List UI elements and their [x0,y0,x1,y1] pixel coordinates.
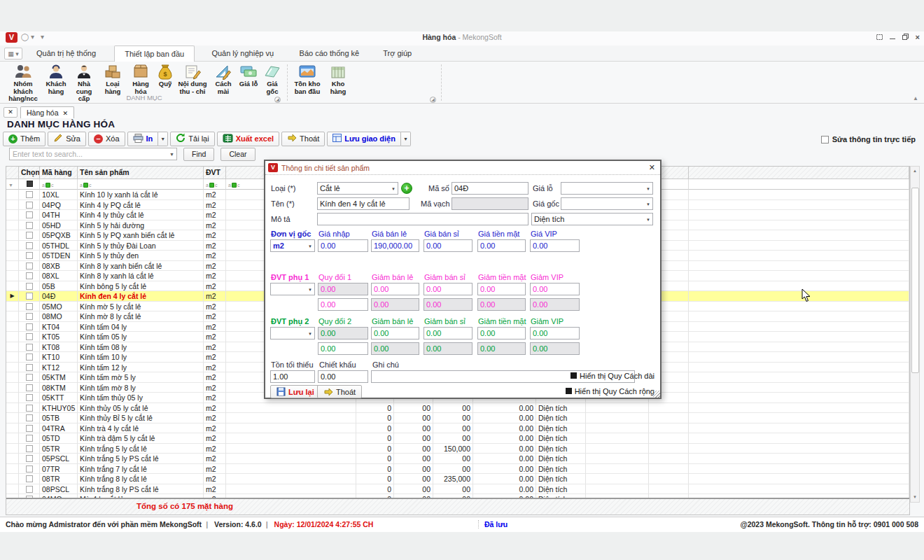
price-field[interactable]: 0.00 [318,239,368,252]
row-checkbox-cell[interactable] [19,474,40,484]
unit3-combo[interactable]: ▼ [270,327,315,340]
ma-so-input[interactable]: 04Đ [451,182,528,195]
row-checkbox-cell[interactable] [19,464,40,475]
fullscreen-button[interactable] [876,33,883,41]
row-checkbox[interactable] [26,222,33,229]
row-checkbox-cell[interactable] [19,424,40,434]
reload-button[interactable]: Tải lại [170,132,214,146]
export-excel-button[interactable]: Xuất excel [217,132,279,146]
dialog-close-icon[interactable]: ✕ [649,163,655,172]
row-checkbox[interactable] [26,405,33,412]
unit-combo[interactable]: m2▼ [270,239,315,252]
discount-field[interactable]: 0.00 [318,342,368,355]
scroll-down-icon[interactable]: ▼ [911,493,919,502]
row-checkbox-cell[interactable] [19,220,40,231]
search-input[interactable]: Enter text to search... ▼ [9,148,177,160]
ribbon-tab-1[interactable]: Thiết lập ban đầu [114,46,195,62]
unit2-combo[interactable]: ▼ [270,283,315,295]
chiet-khau-input[interactable]: 0.00 [318,370,368,383]
row-checkbox[interactable] [26,191,33,198]
exit-button[interactable]: Thoát [281,132,325,146]
row-checkbox-cell[interactable] [19,312,40,322]
filter-cell[interactable] [19,179,40,190]
row-checkbox[interactable] [26,252,33,259]
row-checkbox[interactable] [26,323,33,330]
save-layout-button-dropdown-icon[interactable]: ▼ [401,132,411,146]
row-checkbox-cell[interactable] [19,372,40,383]
row-checkbox[interactable] [26,303,33,310]
row-checkbox[interactable] [26,293,33,300]
filter-cell[interactable]: ac [40,179,78,190]
row-checkbox[interactable] [26,486,33,493]
discount-field[interactable]: 0.00 [530,327,580,340]
table-row[interactable]: 05PSCLKính trắng 5 ly PS cắt lẻm2000000.… [6,454,909,464]
show-width-checkbox[interactable]: Hiển thị Quy Cách rộng [514,387,654,396]
minimize-button[interactable] [890,33,895,41]
table-row[interactable]: 04TRAKính trà 4 ly cắt lẻm2000000.00Diện… [6,424,909,434]
row-checkbox-cell[interactable] [19,363,40,373]
row-checkbox[interactable] [26,425,33,432]
tab-close-icon[interactable]: ✕ [63,110,69,117]
row-checkbox[interactable] [26,283,33,290]
row-checkbox[interactable] [26,202,33,209]
gia-lo-combo[interactable]: ▼ [561,182,653,195]
row-checkbox[interactable] [26,333,33,340]
discount-field[interactable]: 0.00 [424,283,472,295]
discount-field[interactable]: 0.00 [477,327,526,340]
tab-hang-hoa[interactable]: Hàng hóa✕ [20,106,74,118]
row-checkbox-cell[interactable] [19,200,40,211]
row-checkbox[interactable] [26,354,33,360]
find-button[interactable]: Find [183,148,214,161]
row-checkbox-cell[interactable] [19,433,40,444]
row-checkbox[interactable] [26,435,33,442]
row-checkbox-cell[interactable] [19,332,40,342]
delete-button[interactable]: –Xóa [88,132,125,146]
row-checkbox[interactable] [26,475,33,482]
group-dialog-launcher-icon[interactable]: ◢ [274,97,281,103]
filter-cell[interactable]: ac [204,179,226,190]
row-checkbox[interactable] [26,465,33,472]
discount-field[interactable]: 0.00 [318,298,368,311]
table-row[interactable]: 08PSCLKính trắng 8 ly PS cắt lẻm2000000.… [6,484,909,495]
row-checkbox[interactable] [26,242,33,249]
ribbon-item-10[interactable]: Tồn kho ban đầu [290,63,325,99]
column-header[interactable]: ĐVT [204,167,226,179]
group-dialog-launcher-icon[interactable]: ◢ [430,97,436,103]
row-checkbox-cell[interactable] [19,291,40,302]
row-checkbox[interactable] [26,272,33,279]
row-checkbox-cell[interactable] [19,190,40,200]
dialog-save-button[interactable]: Lưu lại [270,385,321,398]
price-field[interactable]: 0.00 [477,239,526,252]
clear-button[interactable]: Clear [220,148,255,161]
row-checkbox[interactable] [26,262,33,270]
row-checkbox-cell[interactable] [19,271,40,281]
row-checkbox-cell[interactable] [19,302,40,312]
row-checkbox[interactable] [26,313,33,320]
vertical-scrollbar[interactable]: ▲ ▼ [910,166,920,503]
row-checkbox-cell[interactable] [19,210,40,220]
add-type-button[interactable]: + [401,183,412,194]
discount-field[interactable]: 0.00 [371,283,419,295]
dien-tich-combo[interactable]: Diện tích▼ [531,213,653,225]
price-field[interactable]: 0.00 [424,239,472,252]
ten-input[interactable]: Kính đen 4 ly cắt lẻ [317,197,410,210]
table-row[interactable]: KTHUY05Kính thủy 05 ly cắt lẻm2000000.00… [6,403,909,414]
scroll-up-icon[interactable]: ▲ [911,167,919,176]
table-row[interactable]: 07TRKính trắng 7 ly cắt lẻm2000000.00Diệ… [6,464,909,475]
row-checkbox[interactable] [26,344,33,351]
row-checkbox[interactable] [26,455,33,462]
ribbon-tab-0[interactable]: Quản trị hệ thống [27,46,106,62]
row-checkbox-cell[interactable] [19,241,40,251]
row-checkbox-cell[interactable] [19,403,40,414]
row-checkbox[interactable] [26,232,33,239]
ribbon-item-11[interactable]: Kho hàng [326,63,350,99]
row-checkbox-cell[interactable] [19,454,40,464]
row-checkbox[interactable] [26,364,33,371]
row-checkbox-cell[interactable] [19,281,40,292]
row-checkbox-cell[interactable] [19,261,40,272]
table-row[interactable]: 05TDKính trà đậm 5 ly cắt lẻm2000000.00D… [6,433,909,444]
select-all-checkbox[interactable] [27,181,33,187]
row-checkbox[interactable] [26,414,33,421]
loai-combo[interactable]: Cắt lẻ▼ [317,182,398,195]
row-checkbox-cell[interactable] [19,251,40,261]
